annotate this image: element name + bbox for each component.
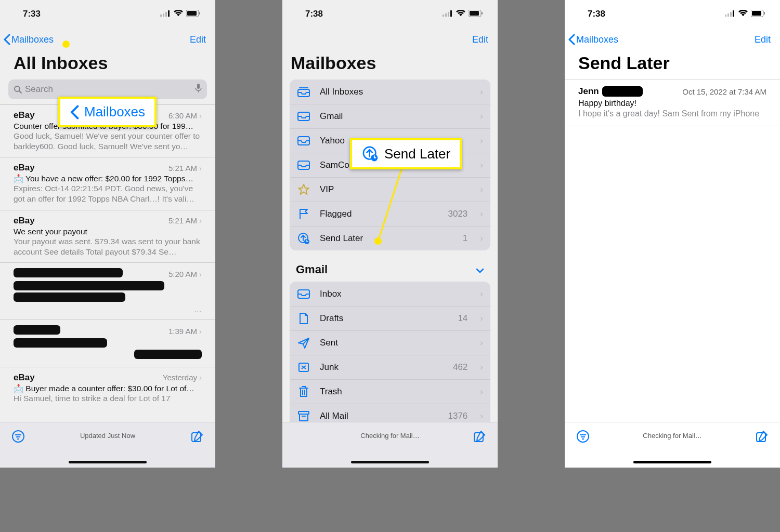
mailbox-row-drafts[interactable]: Drafts 14›: [290, 306, 490, 330]
message-row[interactable]: 1:39 AM›: [0, 320, 215, 367]
message-list[interactable]: eBay 6:30 AM› Counter offer submitted to…: [0, 104, 215, 409]
mailbox-row-sent[interactable]: Sent ›: [290, 330, 490, 355]
annotation-callout-send-later: Send Later: [350, 138, 462, 169]
doc-icon: [297, 312, 310, 325]
back-mailboxes-button[interactable]: Mailboxes: [3, 34, 54, 45]
annotation-label: Send Later: [384, 146, 450, 162]
edit-button[interactable]: Edit: [190, 34, 206, 45]
battery-icon: [469, 9, 483, 19]
status-bar: 7:38: [565, 0, 780, 28]
sync-status: Checking for Mail…: [307, 430, 473, 440]
svg-rect-2: [165, 12, 167, 17]
preview: Expires: Oct-14 02:21:54 PDT. Good news,…: [14, 183, 202, 204]
mailbox-row-junk[interactable]: Junk 462›: [290, 355, 490, 379]
wifi-icon: [738, 9, 748, 19]
screenshot-mailboxes: 7:38 Edit Mailboxes All Inboxes › Gmail …: [282, 0, 498, 468]
mailbox-row-all-inboxes[interactable]: All Inboxes ›: [290, 79, 490, 104]
section-header-gmail[interactable]: Gmail: [282, 250, 498, 282]
svg-rect-22: [482, 12, 483, 15]
nav-bar: Mailboxes Edit: [0, 28, 215, 51]
preview: I hope it's a great day! Sam Sent from m…: [578, 109, 766, 118]
sender-redacted: [14, 325, 60, 337]
search-placeholder: Search: [25, 84, 53, 95]
svg-rect-5: [187, 11, 197, 16]
svg-rect-40: [733, 10, 734, 17]
mailbox-label: Gmail: [320, 111, 343, 122]
svg-rect-39: [730, 12, 732, 17]
preview: Good luck, Samuel! We've sent your count…: [14, 131, 202, 152]
flag-icon: [297, 208, 310, 220]
mailbox-row-inbox[interactable]: Inbox ›: [290, 282, 490, 306]
filter-button[interactable]: [576, 430, 590, 445]
edit-button[interactable]: Edit: [755, 34, 771, 45]
archive-icon: [297, 410, 310, 422]
cellular-icon: [725, 9, 735, 19]
annotation-label: Mailboxes: [84, 104, 145, 120]
svg-rect-37: [725, 15, 726, 17]
trash-icon: [297, 385, 310, 398]
mailbox-label: Inbox: [320, 289, 342, 299]
mailbox-label: Yahoo: [320, 136, 345, 146]
tray-icon: [297, 111, 310, 122]
send-later-icon: [297, 232, 310, 245]
clock: 7:38: [305, 9, 323, 19]
filter-button[interactable]: [11, 430, 25, 445]
nav-bar: Mailboxes Edit: [565, 28, 780, 51]
sender: eBay: [14, 110, 35, 121]
mailbox-row-trash[interactable]: Trash ›: [290, 379, 490, 404]
mailbox-count: 1376: [448, 411, 468, 421]
subject: 📩 You have a new offer: $20.00 for 1992 …: [14, 174, 202, 183]
wifi-icon: [456, 9, 465, 19]
annotation-callout-mailboxes: Mailboxes: [58, 97, 157, 127]
message-row[interactable]: eBay Yesterday› 📩 Buyer made a counter o…: [0, 367, 215, 409]
back-label: Mailboxes: [576, 34, 618, 45]
svg-rect-43: [764, 12, 765, 15]
search-icon: [14, 85, 22, 94]
cellular-icon: [160, 9, 171, 19]
message-row[interactable]: 5:20 AM› …: [0, 262, 215, 320]
mailbox-label: Sent: [320, 338, 338, 348]
svg-rect-42: [752, 11, 761, 16]
subject: We sent your payout: [14, 227, 202, 236]
svg-rect-18: [448, 12, 449, 17]
mailbox-label: Drafts: [320, 313, 343, 324]
mailbox-row-send-later[interactable]: Send Later 1›: [290, 226, 490, 250]
svg-rect-16: [443, 15, 444, 17]
mailbox-count: 1: [463, 233, 467, 244]
compose-button[interactable]: [190, 430, 204, 445]
svg-rect-0: [160, 15, 162, 17]
chevron-left-icon: [3, 34, 10, 45]
mailbox-row-vip[interactable]: VIP ›: [290, 177, 490, 202]
mailbox-label: All Mail: [320, 411, 348, 421]
nav-bar: Edit: [282, 28, 498, 51]
tray-icon: [297, 136, 310, 146]
svg-rect-32: [300, 414, 308, 421]
mic-icon[interactable]: [195, 84, 202, 96]
mailbox-count: 462: [453, 362, 467, 373]
preview: Your payout was sent. $79.34 was sent to…: [14, 236, 202, 257]
edit-button[interactable]: Edit: [472, 34, 488, 45]
svg-line-8: [19, 91, 21, 93]
preview-redacted: [14, 350, 202, 362]
mailbox-row-gmail[interactable]: Gmail ›: [290, 104, 490, 128]
svg-rect-21: [470, 11, 479, 16]
back-mailboxes-button[interactable]: Mailboxes: [568, 34, 618, 45]
svg-rect-9: [197, 84, 200, 89]
compose-button[interactable]: [755, 430, 769, 445]
mailbox-group-gmail: Inbox › Drafts 14› Sent › Junk 462› Tras…: [290, 282, 490, 428]
tray-all-icon: [297, 86, 310, 98]
message-row[interactable]: eBay 5:21 AM› 📩 You have a new offer: $2…: [0, 157, 215, 209]
mailbox-count: 14: [458, 313, 467, 324]
scheduled-message-row[interactable]: Jenn Oct 15, 2022 at 7:34 AM Happy birth…: [565, 79, 780, 126]
message-row[interactable]: eBay 5:21 AM› We sent your payout Your p…: [0, 210, 215, 262]
svg-rect-19: [450, 10, 452, 17]
wifi-icon: [174, 9, 183, 19]
status-bar: 7:33: [0, 0, 215, 28]
compose-button[interactable]: [473, 430, 486, 445]
status-bar: 7:38: [282, 0, 498, 28]
back-label: Mailboxes: [11, 34, 54, 45]
sender-redacted: [14, 268, 123, 280]
svg-rect-38: [727, 14, 729, 17]
mailbox-label: VIP: [320, 184, 334, 195]
annotation-dot: [62, 41, 70, 48]
